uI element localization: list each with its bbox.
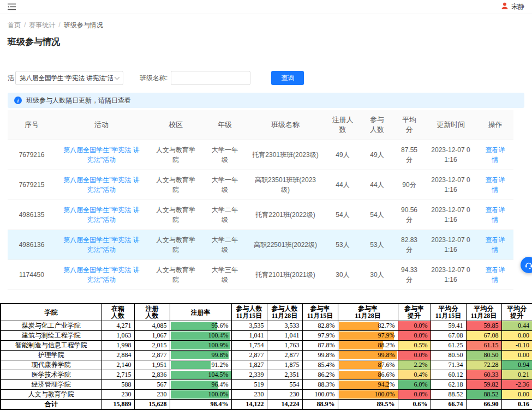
sheet-column-header: 参与人数 11月15日 <box>231 304 267 321</box>
sheet-cell-value: 94.2% <box>378 381 395 388</box>
sheet-column-header: 平均分 11月15日 <box>431 304 466 321</box>
sheet-cell-value: 0.0% <box>414 322 428 329</box>
cell-id: 4986136 <box>8 230 56 260</box>
cell-updated: 2023-12-07 01:16 <box>425 260 477 290</box>
breadcrumb-item[interactable]: 首页 <box>8 21 21 29</box>
cell-registered: 54人 <box>325 200 360 230</box>
cell-campus: 人文与教育学院 <box>147 140 204 170</box>
cell-action: 查看详情 <box>477 140 513 170</box>
sheet-cell-a1128: 72.28 <box>466 360 501 370</box>
sheet-cell-value: 0.00 <box>518 331 529 339</box>
sheet-cell-registered: 2,015 <box>134 341 170 351</box>
cell-class-name: 托育2101班(2021级) <box>246 260 325 290</box>
sheet-cell-registered: 230 <box>134 390 170 400</box>
sheet-cell-p1128: 3,533 <box>267 321 302 331</box>
user-menu[interactable]: 宋静 <box>501 2 524 11</box>
sheet-cell-a1128: 88.52 <box>466 390 501 400</box>
sheet-cell-a1128: 60.33 <box>466 370 501 380</box>
activity-label: 活 <box>8 74 14 83</box>
view-detail-link[interactable]: 查看详情 <box>486 266 505 284</box>
activity-link[interactable]: 第八届全国学生"学宪法 讲宪法"活动 <box>63 236 140 254</box>
sheet-cell-p1128: 1,763 <box>267 341 302 351</box>
sheet-cell-p1128: 2,877 <box>267 351 302 360</box>
service-float-button[interactable] <box>521 257 532 273</box>
sheet-cell-enrolled: 2,715 <box>101 370 134 380</box>
activity-select[interactable]: 第八届全国学生"学宪法 讲宪法"活动 <box>15 71 123 85</box>
activity-link[interactable]: 第八届全国学生"学宪法 讲宪法"活动 <box>63 176 140 194</box>
cell-registered: 30人 <box>325 260 360 290</box>
column-header: 序号 <box>8 110 56 140</box>
activity-link[interactable]: 第八届全国学生"学宪法 讲宪法"活动 <box>63 146 140 164</box>
column-header: 年级 <box>204 110 246 140</box>
sheet-cell-r1115: 88.9% <box>302 400 338 410</box>
cell-avg-score: 82.83分 <box>394 230 425 260</box>
sheet-cell-a1115: 59.41 <box>431 321 466 331</box>
column-header: 更新时间 <box>425 110 477 140</box>
sheet-cell-r-gain: 0.0% <box>398 351 431 360</box>
cell-id: 7679215 <box>8 170 56 200</box>
sheet-total-row: 合计15,88915,62898.4%14,12214,22488.9%89.5… <box>1 400 532 410</box>
sheet-cell-reg-rate: 98.4% <box>170 400 231 410</box>
table-row: 4986136第八届全国学生"学宪法 讲宪法"活动人文与教育学院大学二年级高职2… <box>8 230 513 260</box>
activity-link[interactable]: 第八届全国学生"学宪法 讲宪法"活动 <box>63 206 140 224</box>
breadcrumb-item[interactable]: 赛事统计 <box>29 21 55 29</box>
column-header: 班级名称 <box>246 110 325 140</box>
sheet-cell-value: 60.33 <box>484 371 499 378</box>
data-bar <box>339 371 381 379</box>
sheet-cell-r1128: 100.0% <box>338 390 398 400</box>
collapse-menu-icon[interactable] <box>8 3 16 10</box>
cell-campus: 人文与教育学院 <box>147 230 204 260</box>
cell-class-name: 托育2301班班(2023级) <box>246 140 325 170</box>
cell-campus: 人文与教育学院 <box>147 170 204 200</box>
class-name-label: 班级名称: <box>140 74 168 83</box>
sheet-cell-name: 护理学院 <box>1 351 101 360</box>
search-button[interactable]: 查询 <box>271 71 304 85</box>
sheet-row: 人文与教育学院230230100.0%230230100.0%100.0%0.0… <box>1 390 532 400</box>
sheet-column-header: 平均分 11月28日 <box>466 304 501 321</box>
sheet-cell-reg-rate: 99.8% <box>170 351 231 360</box>
data-bar <box>339 322 379 330</box>
sheet-row: 经济管理学院58856796.4%51955488.3%94.2%6.0%62.… <box>1 380 532 390</box>
info-icon: i <box>14 97 22 104</box>
view-detail-link[interactable]: 查看详情 <box>486 206 505 224</box>
cell-updated: 2023-12-07 01:16 <box>425 140 477 170</box>
sheet-cell-reg-rate: 91.2% <box>170 360 231 370</box>
breadcrumb: 首页/赛事统计/班级参与情况 <box>8 21 524 30</box>
view-detail-link[interactable]: 查看详情 <box>486 236 505 254</box>
sheet-cell-value: 59.82 <box>484 381 499 388</box>
cell-grade: 大学三年级 <box>204 260 246 290</box>
cell-activity: 第八届全国学生"学宪法 讲宪法"活动 <box>56 260 147 290</box>
view-detail-link[interactable]: 查看详情 <box>486 176 505 194</box>
sheet-cell-value: 0.4% <box>414 371 428 378</box>
cell-action: 查看详情 <box>477 200 513 230</box>
cell-action: 查看详情 <box>477 230 513 260</box>
sheet-cell-a1128: 59.85 <box>466 321 501 331</box>
sheet-row: 医学技术学院2,7152,836104.5%2,3392,35186.2%86.… <box>1 370 532 380</box>
cell-registered: 49人 <box>325 140 360 170</box>
sheet-cell-r-gain: 2.2% <box>398 360 431 370</box>
sheet-cell-r1128: 89.5% <box>338 400 398 410</box>
activity-link[interactable]: 第八届全国学生"学宪法 讲宪法"活动 <box>63 266 140 284</box>
sheet-cell-enrolled: 1,063 <box>101 331 134 341</box>
sheet-cell-a1115: 66.74 <box>431 400 466 410</box>
sheet-cell-p1128: 1,041 <box>267 331 302 341</box>
table-row: 7679215第八届全国学生"学宪法 讲宪法"活动人文与教育学院大学一年级高职2… <box>8 170 513 200</box>
sheet-cell-value: 100.0% <box>375 390 395 398</box>
sheet-cell-p1115: 3,535 <box>231 321 267 331</box>
data-bar <box>339 361 382 369</box>
table-row: 1174450第八届全国学生"学宪法 讲宪法"活动人文与教育学院大学三年级托育2… <box>8 260 513 290</box>
sheet-cell-name: 煤炭与化工产业学院 <box>1 321 101 331</box>
sheet-cell-registered: 1,067 <box>134 331 170 341</box>
class-name-input[interactable] <box>171 71 250 85</box>
sheet-cell-value: 87.6% <box>378 361 395 369</box>
menu-fold-icon-svg <box>8 3 16 10</box>
view-detail-link[interactable]: 查看详情 <box>486 146 505 164</box>
sheet-cell-a-gain: 0.00 <box>501 331 532 341</box>
sheet-row: 护理学院2,8842,87799.8%2,8772,87799.8%99.8%0… <box>1 351 532 360</box>
breadcrumb-separator: / <box>24 21 26 29</box>
cell-action: 查看详情 <box>477 170 513 200</box>
sheet-cell-a1115: 67.08 <box>431 331 466 341</box>
sheet-cell-a-gain: 0.94 <box>501 360 532 370</box>
sheet-cell-p1115: 230 <box>231 390 267 400</box>
sheet-cell-value: 86.6% <box>378 371 395 378</box>
